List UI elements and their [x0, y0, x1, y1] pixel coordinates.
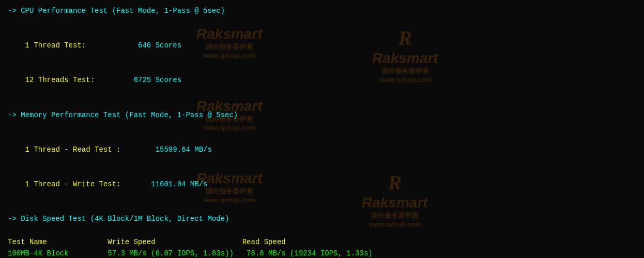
cpu-header-line: -> CPU Performance Test (Fast Mode, 1-Pa…: [8, 5, 636, 17]
disk-col-headers: Test Name Write Speed Read Speed: [8, 236, 636, 248]
mem-write-line: 1 Thread - Write Test: 11601.04 MB/s: [8, 167, 636, 201]
mem-read-value: 15599.64 MB/s: [125, 146, 212, 154]
mem-header-line: -> Memory Performance Test (Fast Mode, 1…: [8, 109, 636, 121]
mem-write-label: 1 Thread - Write Test:: [25, 180, 121, 188]
cpu-12thread-line: 12 Threads Test: 6725 Scores: [8, 63, 636, 98]
terminal-output: -> CPU Performance Test (Fast Mode, 1-Pa…: [8, 5, 636, 258]
mem-read-label: 1 Thread - Read Test :: [25, 146, 125, 154]
cpu-1thread-line: 1 Thread Test: 646 Scores: [8, 28, 636, 63]
cpu-1thread-label: 1 Thread Test:: [25, 41, 95, 50]
disk-header-line: -> Disk Speed Test (4K Block/1M Block, D…: [8, 213, 636, 224]
cpu-12thread-label: 12 Threads Test:: [25, 76, 95, 84]
blank-line-1: [8, 17, 636, 28]
mem-write-value: 11601.04 MB/s: [120, 180, 207, 188]
blank-line-2: [8, 98, 636, 109]
mem-read-line: 1 Thread - Read Test : 15599.64 MB/s: [8, 132, 636, 167]
blank-line-5: [8, 224, 636, 236]
cpu-1thread-value: 646 Scores: [95, 41, 181, 50]
cpu-12thread-value: 6725 Scores: [95, 76, 181, 84]
blank-line-4: [8, 202, 636, 213]
blank-line-3: [8, 121, 636, 132]
disk-4k-line: 100MB-4K Block 57.3 MB/s (0.07 IOPS, 1.8…: [8, 248, 636, 258]
